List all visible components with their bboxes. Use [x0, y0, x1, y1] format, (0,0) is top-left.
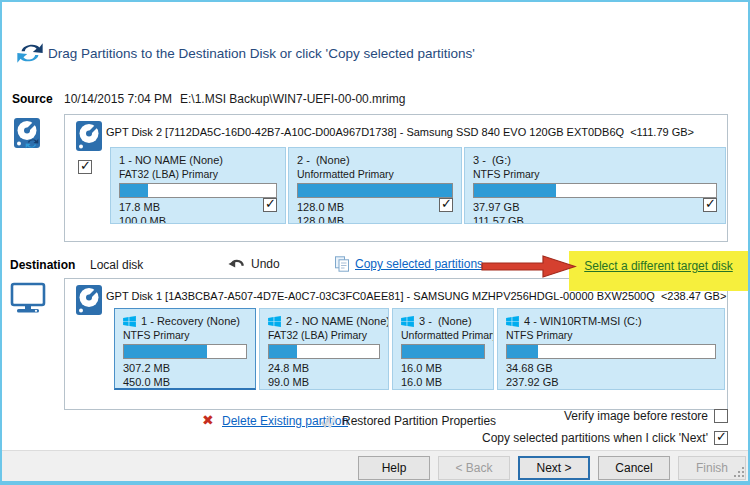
windows-logo-icon: [401, 316, 414, 327]
undo-label: Undo: [251, 257, 280, 271]
partition-used: 128.0 MB: [297, 201, 453, 215]
verify-image-label: Verify image before restore: [564, 409, 708, 423]
next-button[interactable]: Next >: [518, 456, 590, 480]
source-image-path: E:\1.MSI Backup\WIN7-UEFI-00-00.mrimg: [180, 92, 405, 106]
partition-total: 100.0 MB: [119, 215, 277, 225]
source-disk-checkbox[interactable]: [78, 160, 92, 174]
partition-name: 1 - NO NAME (None): [119, 154, 223, 166]
partition-checkbox[interactable]: [439, 198, 453, 212]
help-button[interactable]: Help: [358, 456, 430, 480]
source-partition-card-2[interactable]: 2 - (None) Unformatted Primary 128.0 MB …: [288, 147, 462, 224]
destination-partition-card-2[interactable]: 2 - NO NAME (None) FAT32 (LBA) Primary 2…: [259, 308, 389, 390]
verify-image-checkbox[interactable]: [714, 409, 728, 423]
source-image-timestamp: 10/14/2015 7:04 PM: [64, 92, 172, 106]
partition-filesystem: Unformatted Primary: [401, 329, 485, 341]
usage-bar: [506, 344, 716, 359]
partition-total: 16.0 MB: [401, 376, 485, 390]
select-different-target-disk-link[interactable]: Select a different target disk: [584, 259, 733, 273]
resize-grip[interactable]: [733, 466, 745, 478]
partition-filesystem: FAT32 (LBA) Primary: [268, 329, 380, 341]
partition-filesystem: NTFS Primary: [506, 329, 716, 341]
partition-name: 3 - (G:): [473, 154, 511, 166]
destination-disk-title: GPT Disk 1 [1A3BCBA7-A507-4D7E-A0C7-03C3…: [106, 290, 726, 302]
usage-bar: [119, 183, 277, 198]
partition-used: 37.97 GB: [473, 201, 717, 215]
partition-filesystem: NTFS Primary: [473, 168, 717, 180]
partition-checkbox[interactable]: [263, 198, 277, 212]
page-title: Drag Partitions to the Destination Disk …: [48, 46, 475, 61]
windows-logo-icon: [506, 316, 519, 327]
copy-on-next-label: Copy selected partitions when I click 'N…: [482, 431, 708, 445]
copy-selected-partitions-button[interactable]: Copy selected partitions: [334, 256, 483, 272]
partition-used: 16.0 MB: [401, 362, 485, 376]
copy-on-next-option: Copy selected partitions when I click 'N…: [482, 431, 728, 445]
hdd-icon: [76, 285, 102, 315]
computer-monitor-icon: [10, 282, 46, 314]
back-button: < Back: [438, 456, 510, 480]
destination-partition-card-1[interactable]: 1 - Recovery (None) NTFS Primary 307.2 M…: [114, 308, 256, 390]
copy-icon: [334, 256, 350, 272]
source-partition-card-1[interactable]: 1 - NO NAME (None) FAT32 (LBA) Primary 1…: [110, 147, 286, 224]
undo-icon: [228, 256, 246, 271]
copy-selected-partitions-link[interactable]: Copy selected partitions: [355, 257, 483, 271]
partition-total: 128.0 MB: [297, 215, 453, 225]
verify-image-option: Verify image before restore: [564, 409, 728, 423]
restored-partition-properties-label: Restored Partition Properties: [342, 414, 496, 428]
partition-used: 17.8 MB: [119, 201, 277, 215]
partition-name: 4 - WIN10RTM-MSI (C:): [524, 315, 642, 327]
destination-partition-card-4[interactable]: 4 - WIN10RTM-MSI (C:) NTFS Primary 34.68…: [497, 308, 725, 390]
windows-logo-icon: [123, 316, 136, 327]
partition-total: 237.92 GB: [506, 376, 716, 390]
undo-button[interactable]: Undo: [228, 256, 280, 271]
source-partition-card-3[interactable]: 3 - (G:) NTFS Primary 37.97 GB 111.57 GB: [464, 147, 726, 224]
partition-name: 2 - NO NAME (None): [286, 315, 389, 327]
usage-bar: [123, 344, 247, 359]
usage-bar: [297, 183, 453, 198]
partition-used: 24.8 MB: [268, 362, 380, 376]
destination-partition-card-3[interactable]: 3 - (None) Unformatted Primary 16.0 MB 1…: [392, 308, 494, 390]
highlight-annotation: Select a different target disk: [569, 251, 748, 291]
partition-filesystem: FAT32 (LBA) Primary: [119, 168, 277, 180]
source-label: Source: [12, 92, 53, 106]
copy-on-next-checkbox[interactable]: [714, 431, 728, 445]
partition-total: 450.0 MB: [123, 376, 247, 390]
source-disk-title: GPT Disk 2 [7112DA5C-16D0-42B7-A10C-D00A…: [106, 126, 694, 138]
delete-x-icon: ✖: [202, 412, 214, 428]
partition-filesystem: Unformatted Primary: [297, 168, 453, 180]
partition-name: 2 - (None): [297, 154, 350, 166]
windows-logo-icon: [268, 316, 281, 327]
usage-bar: [401, 344, 485, 359]
partition-name: 1 - Recovery (None): [141, 315, 240, 327]
cancel-button[interactable]: Cancel: [598, 456, 670, 480]
restore-wizard-window: Drag Partitions to the Destination Disk …: [0, 0, 750, 485]
annotation-arrow-icon: [479, 253, 579, 280]
sync-overlay-icon: [24, 136, 40, 151]
usage-bar: [268, 344, 380, 359]
sync-arrows-icon: [15, 38, 45, 68]
usage-bar: [473, 183, 717, 198]
partition-total: 111.57 GB: [473, 215, 717, 225]
partition-name: 3 - (None): [419, 315, 472, 327]
destination-target-type: Local disk: [90, 258, 143, 272]
restored-properties-icon: [320, 414, 336, 428]
partition-total: 99.0 MB: [268, 376, 380, 390]
hdd-icon: [76, 121, 102, 151]
destination-label: Destination: [10, 258, 75, 272]
partition-checkbox[interactable]: [703, 198, 717, 212]
partition-used: 34.68 GB: [506, 362, 716, 376]
partition-used: 307.2 MB: [123, 362, 247, 376]
partition-filesystem: NTFS Primary: [123, 329, 247, 341]
